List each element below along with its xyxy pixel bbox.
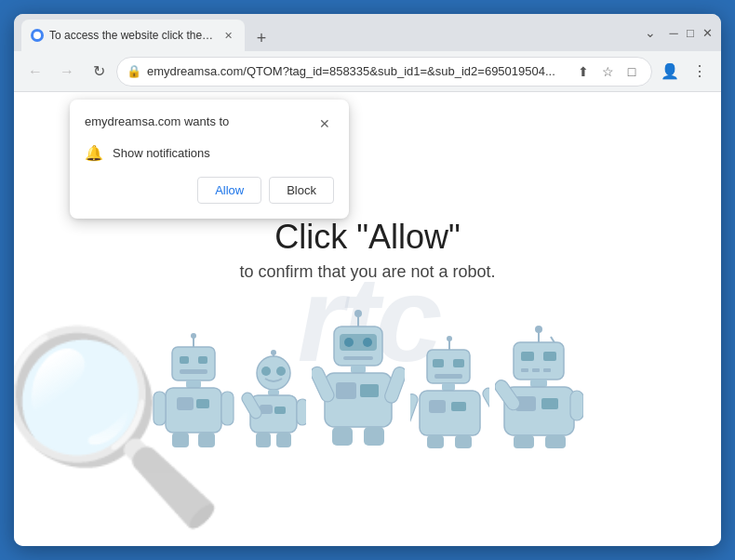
svg-rect-41 bbox=[364, 427, 384, 446]
svg-rect-2 bbox=[172, 347, 215, 380]
svg-rect-35 bbox=[325, 373, 392, 427]
svg-rect-25 bbox=[256, 433, 271, 447]
svg-rect-52 bbox=[410, 392, 420, 425]
svg-rect-24 bbox=[297, 399, 306, 425]
svg-rect-53 bbox=[481, 386, 489, 416]
notification-label: Show notifications bbox=[113, 146, 210, 160]
minimize-button[interactable]: ─ bbox=[667, 26, 680, 39]
svg-rect-46 bbox=[453, 359, 464, 367]
svg-rect-6 bbox=[186, 380, 201, 388]
browser-window: To access the website click the "A ✕ + ⌄… bbox=[14, 14, 721, 546]
svg-rect-62 bbox=[543, 352, 556, 361]
svg-rect-51 bbox=[451, 402, 466, 411]
svg-rect-54 bbox=[427, 435, 444, 448]
svg-rect-33 bbox=[343, 356, 373, 360]
address-bar[interactable]: 🔒 emydreamsa.com/QTOM?tag_id=858335&sub_… bbox=[116, 57, 652, 87]
svg-rect-55 bbox=[455, 435, 472, 448]
toolbar: ← → ↻ 🔒 emydreamsa.com/QTOM?tag_id=85833… bbox=[14, 51, 721, 92]
active-tab[interactable]: To access the website click the "A ✕ bbox=[21, 20, 245, 51]
tab-favicon bbox=[31, 29, 44, 42]
svg-rect-13 bbox=[198, 433, 215, 447]
popup-buttons: Allow Block bbox=[85, 177, 334, 204]
svg-rect-69 bbox=[541, 398, 558, 409]
chevron-down-icon[interactable]: ⌄ bbox=[637, 20, 663, 46]
popup-title: emydreamsa.com wants to bbox=[85, 114, 229, 128]
allow-button[interactable]: Allow bbox=[197, 177, 261, 204]
svg-point-18 bbox=[276, 367, 286, 376]
svg-rect-60 bbox=[514, 342, 564, 380]
address-bar-icons: ⬆ ☆ □ bbox=[573, 61, 642, 82]
svg-point-32 bbox=[363, 338, 372, 347]
robot-1 bbox=[152, 328, 235, 449]
svg-point-1 bbox=[191, 333, 196, 339]
extension-icon[interactable]: □ bbox=[621, 61, 642, 82]
lock-icon: 🔒 bbox=[127, 64, 141, 78]
svg-rect-48 bbox=[442, 383, 455, 391]
maximize-button[interactable]: □ bbox=[684, 26, 697, 39]
svg-rect-3 bbox=[180, 356, 189, 364]
bookmark-icon[interactable]: ☆ bbox=[597, 61, 618, 82]
toolbar-right: 👤 ⋮ bbox=[656, 58, 714, 86]
svg-point-28 bbox=[354, 310, 362, 317]
svg-rect-66 bbox=[530, 380, 547, 387]
robot-4 bbox=[410, 333, 489, 449]
svg-rect-8 bbox=[177, 397, 194, 410]
svg-rect-34 bbox=[351, 366, 366, 373]
tab-area: To access the website click the "A ✕ + bbox=[21, 14, 634, 51]
svg-rect-9 bbox=[196, 399, 209, 408]
svg-rect-73 bbox=[545, 435, 566, 448]
svg-rect-36 bbox=[336, 382, 356, 399]
svg-rect-45 bbox=[433, 359, 444, 367]
tab-close-button[interactable]: ✕ bbox=[220, 28, 235, 43]
robot-5 bbox=[495, 324, 583, 449]
popup-close-button[interactable]: ✕ bbox=[315, 114, 334, 133]
svg-point-15 bbox=[271, 350, 276, 355]
svg-rect-40 bbox=[332, 427, 353, 446]
svg-rect-19 bbox=[268, 390, 279, 395]
block-button[interactable]: Block bbox=[269, 177, 334, 204]
svg-rect-7 bbox=[166, 388, 221, 433]
page-content: Click "Allow" to confirm that you are no… bbox=[152, 218, 583, 449]
title-bar: To access the website click the "A ✕ + ⌄… bbox=[14, 14, 721, 51]
svg-rect-26 bbox=[276, 433, 291, 447]
svg-rect-11 bbox=[221, 392, 234, 425]
forward-button[interactable]: → bbox=[53, 58, 81, 86]
close-button[interactable]: ✕ bbox=[701, 26, 714, 39]
robot-2 bbox=[241, 347, 306, 449]
svg-rect-49 bbox=[420, 391, 480, 435]
popup-notification-row: 🔔 Show notifications bbox=[85, 144, 334, 162]
svg-point-16 bbox=[257, 356, 290, 390]
svg-point-17 bbox=[261, 367, 271, 376]
refresh-button[interactable]: ↻ bbox=[85, 58, 113, 86]
bell-icon: 🔔 bbox=[85, 144, 103, 162]
svg-rect-22 bbox=[274, 407, 286, 414]
svg-rect-65 bbox=[543, 368, 551, 372]
popup-header: emydreamsa.com wants to ✕ bbox=[85, 114, 334, 133]
url-text: emydreamsa.com/QTOM?tag_id=858335&sub_id… bbox=[147, 64, 568, 78]
svg-rect-4 bbox=[198, 356, 207, 364]
main-heading: Click "Allow" bbox=[274, 218, 461, 257]
sub-heading: to confirm that you are not a robot. bbox=[239, 262, 495, 282]
content-area: rtc 🔍 emydreamsa.com wants to ✕ 🔔 Show n… bbox=[14, 92, 721, 546]
window-controls: ⌄ ─ □ ✕ bbox=[637, 20, 714, 46]
account-icon[interactable]: 👤 bbox=[656, 58, 684, 86]
tab-title: To access the website click the "A bbox=[49, 29, 215, 42]
svg-rect-37 bbox=[360, 384, 379, 397]
notification-popup: emydreamsa.com wants to ✕ 🔔 Show notific… bbox=[70, 100, 349, 219]
svg-rect-5 bbox=[180, 369, 207, 374]
svg-point-43 bbox=[447, 336, 452, 341]
svg-point-57 bbox=[535, 326, 542, 333]
svg-rect-50 bbox=[429, 400, 446, 413]
new-tab-button[interactable]: + bbox=[248, 25, 274, 51]
menu-icon[interactable]: ⋮ bbox=[686, 58, 714, 86]
svg-rect-71 bbox=[570, 391, 583, 420]
robots-illustration bbox=[152, 310, 583, 449]
svg-point-31 bbox=[344, 338, 354, 347]
svg-rect-61 bbox=[521, 352, 534, 361]
back-button[interactable]: ← bbox=[21, 58, 49, 86]
svg-rect-63 bbox=[521, 368, 528, 372]
robot-3 bbox=[312, 310, 405, 449]
share-icon[interactable]: ⬆ bbox=[573, 61, 594, 82]
svg-rect-72 bbox=[514, 435, 534, 448]
svg-rect-47 bbox=[434, 374, 462, 379]
